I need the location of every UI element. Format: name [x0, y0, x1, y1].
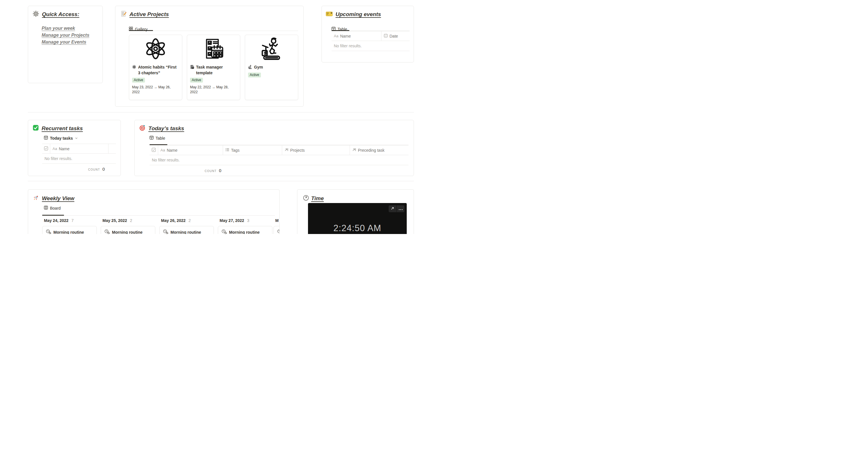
todays-tasks-title[interactable]: Today’s tasks — [148, 125, 184, 132]
column-header-stub — [108, 144, 116, 154]
board-column-date: May 25, 2022 — [102, 218, 127, 223]
count-aggregate[interactable]: COUNT 0 — [150, 168, 221, 173]
column-header-name[interactable]: Aa Name — [158, 145, 223, 155]
clock-embed-widget: 2:24:50 AM — [308, 203, 407, 234]
view-selector-today-tasks[interactable]: Today tasks — [44, 136, 78, 140]
table-icon — [150, 136, 154, 140]
task-list-icon — [190, 65, 194, 76]
gear-icon — [33, 11, 39, 18]
link-manage-your-projects[interactable]: Manage your Projects — [42, 32, 89, 39]
column-header-date[interactable]: Date — [381, 31, 410, 41]
memo-icon — [120, 11, 127, 18]
project-card-atomic-habits[interactable]: Atomic habits “First 3 chapters” Active … — [129, 35, 182, 100]
open-arrow-icon — [391, 206, 394, 211]
widget-controls — [389, 205, 404, 212]
calendar-icon — [384, 34, 388, 38]
clock-coffee-icon — [45, 229, 51, 234]
digital-clock-text: 2:24:50 AM — [308, 223, 407, 233]
checkbox-icon — [44, 146, 48, 152]
active-tab-underline — [42, 215, 64, 215]
tabbar-divider — [129, 31, 298, 31]
relation-arrow-icon — [284, 148, 288, 153]
link-plan-your-week[interactable]: Plan your week — [42, 25, 75, 32]
column-header-preceding-task[interactable]: Preceding task — [350, 145, 408, 155]
board-column-count: 3 — [247, 218, 249, 223]
status-badge: Active — [190, 78, 203, 82]
project-dates: May 23, 2022 → May 26, 2022 — [129, 82, 182, 95]
board-icon — [44, 206, 48, 210]
recurrent-table-header: Aa Name — [42, 144, 116, 154]
board-column-count: 2 — [189, 218, 191, 223]
atom-icon — [132, 65, 136, 76]
column-header-checkbox[interactable] — [42, 144, 50, 154]
active-tab-underline — [129, 30, 153, 31]
quick-access-title[interactable]: Quick Access: — [42, 11, 79, 18]
column-header-tags[interactable]: Tags — [223, 145, 282, 155]
weekly-view-card: Weekly View Board May 24, 2022 7 Morning… — [28, 189, 280, 234]
board-column-date: M — [275, 218, 279, 223]
tab-board[interactable]: Board — [44, 206, 61, 210]
board-card-partial[interactable] — [274, 226, 280, 234]
board-card-morning-routine[interactable]: Morning routine — [42, 226, 97, 234]
status-badge: Active — [132, 78, 145, 82]
board-card-morning-routine[interactable]: Morning routine — [218, 226, 272, 234]
upcoming-events-card: Upcoming events Table Aa Name Date No fi… — [321, 6, 414, 63]
board-column-may-27: May 27, 2022 3 Morning routine — [218, 218, 272, 234]
board-card-morning-routine[interactable]: Morning routine — [159, 226, 214, 234]
active-projects-title[interactable]: Active Projects — [129, 11, 169, 18]
todays-empty-state: No filter results. — [150, 155, 408, 165]
clock-coffee-icon — [104, 229, 110, 234]
active-projects-card: Active Projects Gallery Atomic habits “F… — [115, 6, 304, 107]
link-manage-your-events[interactable]: Manage your Events — [42, 39, 86, 45]
time-card: Time 2:24:50 AM — [297, 189, 414, 234]
events-empty-state: No filter results. — [332, 41, 410, 51]
board-column-date: May 27, 2022 — [220, 218, 244, 223]
status-badge: Active — [248, 72, 261, 77]
board-column-may-24: May 24, 2022 7 Morning routine — [42, 218, 97, 234]
chevron-down-icon — [75, 136, 78, 140]
board-column-partial: M — [274, 218, 280, 234]
board-column-may-26: May 26, 2022 2 Morning routine — [159, 218, 214, 234]
todays-tasks-card: Today’s tasks Table Aa Name Tags Project… — [134, 120, 414, 176]
recurrent-tasks-card: Recurrent tasks Today tasks Aa Name No f… — [28, 120, 121, 176]
ticket-icon — [326, 11, 333, 18]
relation-arrow-icon — [352, 148, 356, 153]
dart-target-icon — [139, 125, 146, 132]
column-header-name[interactable]: Aa Name — [50, 144, 108, 154]
project-card-gym[interactable]: Gym Active — [245, 35, 298, 100]
more-options-button[interactable] — [397, 205, 404, 212]
upcoming-events-title[interactable]: Upcoming events — [336, 11, 381, 18]
board-column-count: 2 — [130, 218, 132, 223]
clock-coffee-icon — [221, 229, 227, 234]
column-header-checkbox[interactable] — [150, 145, 158, 155]
board-card-morning-routine[interactable]: Morning routine — [101, 226, 155, 234]
notion-dashboard: Quick Access: Plan your week Manage your… — [0, 0, 434, 234]
open-in-new-button[interactable] — [389, 205, 396, 212]
treadmill-icon — [248, 65, 252, 71]
checkbox-icon — [152, 148, 156, 153]
tab-table[interactable]: Table — [150, 136, 165, 140]
count-aggregate[interactable]: COUNT 0 — [88, 167, 105, 171]
project-card-task-manager[interactable]: Task manager template Active May 22, 202… — [187, 35, 240, 100]
time-title[interactable]: Time — [311, 195, 324, 202]
board-column-date: May 24, 2022 — [44, 218, 69, 223]
project-title: Task manager template — [196, 64, 237, 76]
quick-access-links: Plan your week Manage your Projects Mana… — [42, 25, 89, 45]
atom-cover-image — [129, 35, 182, 63]
section-divider — [28, 181, 414, 181]
board-column-count: 7 — [71, 218, 74, 223]
section-divider — [28, 112, 414, 112]
column-header-projects[interactable]: Projects — [282, 145, 350, 155]
quick-access-card: Quick Access: Plan your week Manage your… — [28, 6, 103, 83]
column-header-name[interactable]: Aa Name — [332, 31, 381, 41]
clock-icon — [303, 195, 309, 202]
rocket-icon — [33, 195, 39, 202]
weekly-view-title[interactable]: Weekly View — [42, 195, 74, 202]
project-title: Gym — [254, 64, 263, 71]
board-column-may-25: May 25, 2022 2 Morning routine — [101, 218, 155, 234]
clock-coffee-icon — [163, 229, 168, 234]
ellipsis-icon — [399, 206, 403, 211]
recurrent-empty-state: No filter results. — [42, 154, 116, 164]
clock-coffee-icon — [277, 229, 280, 234]
recurrent-tasks-title[interactable]: Recurrent tasks — [42, 125, 83, 132]
